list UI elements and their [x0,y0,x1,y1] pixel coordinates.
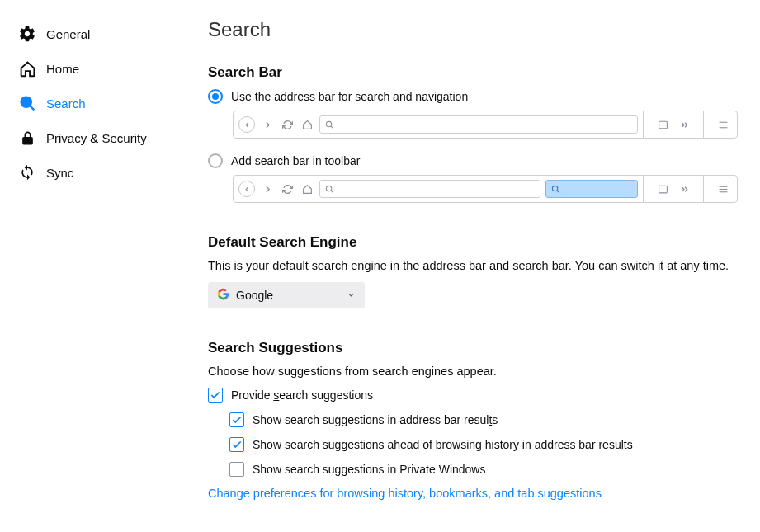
default-engine-select[interactable]: Google [208,282,365,308]
chk-ahead-label: Show search suggestions ahead of browsin… [253,438,633,451]
address-field-mock [319,180,540,198]
sidebar-panel-icon [655,117,670,132]
sidebar-item-home[interactable]: Home [0,51,182,86]
suggestions-section: Search Suggestions Choose how suggestion… [208,340,738,500]
search-icon [18,94,36,112]
forward-icon [260,181,275,196]
search-bar-section: Search Bar Use the address bar for searc… [208,64,738,203]
svg-point-2 [326,121,331,126]
sidebar-item-search[interactable]: Search [0,86,182,120]
chk-provide-label: Provide search suggestions [231,388,373,402]
chk-private-label: Show search suggestions in Private Windo… [253,463,485,476]
svg-point-0 [21,97,31,106]
back-icon [238,181,255,197]
reload-icon [280,117,295,132]
search-field-mock [545,180,638,198]
overflow-icon [677,181,692,196]
svg-line-12 [557,190,559,192]
home-small-icon [300,117,314,132]
google-icon [217,288,229,303]
radio-addressbar[interactable] [208,89,223,104]
overflow-icon [677,117,692,132]
toolbar-mock-addressbar [233,111,738,139]
sidebar-item-privacy[interactable]: Privacy & Security [0,120,182,155]
sidebar-panel-icon [655,181,670,196]
history-prefs-link[interactable]: Change preferences for browsing history,… [208,487,602,500]
svg-line-3 [331,125,333,128]
menu-icon [715,117,730,132]
home-icon [18,59,36,78]
svg-point-11 [552,186,557,191]
sidebar-item-sync[interactable]: Sync [0,155,182,190]
sidebar-item-label: Home [46,62,79,76]
forward-icon [260,117,275,132]
svg-point-9 [326,186,331,191]
radio-searchbar-label: Add search bar in toolbar [231,154,360,167]
suggestions-desc: Choose how suggestions from search engin… [208,365,738,378]
back-icon [238,116,255,133]
lock-icon [18,129,36,147]
chevron-down-icon [347,289,356,302]
chk-row-provide[interactable]: Provide search suggestions [208,388,738,403]
toolbar-mock-searchbar [233,175,738,203]
sidebar: General Home Search Privacy & Security S… [0,0,182,532]
default-engine-desc: This is your default search engine in th… [208,259,738,272]
sidebar-item-label: General [46,27,90,41]
gear-icon [18,25,36,43]
home-small-icon [300,181,314,196]
sidebar-item-general[interactable]: General [0,16,182,51]
sidebar-item-label: Sync [46,166,73,180]
radio-row-searchbar[interactable]: Add search bar in toolbar [208,153,738,168]
suggestions-heading: Search Suggestions [208,340,738,356]
radio-addressbar-label: Use the address bar for search and navig… [231,90,468,103]
chk-ahead[interactable] [229,437,244,452]
chk-private[interactable] [229,462,244,477]
main-content: Search Search Bar Use the address bar fo… [182,0,760,532]
default-engine-section: Default Search Engine This is your defau… [208,234,738,308]
chk-addrbar[interactable] [229,412,244,427]
reload-icon [280,181,295,196]
chk-provide[interactable] [208,388,223,403]
radio-row-addressbar[interactable]: Use the address bar for search and navig… [208,89,738,104]
address-field-mock [319,115,638,134]
chk-addrbar-label: Show search suggestions in address bar r… [253,413,498,426]
chk-row-addrbar[interactable]: Show search suggestions in address bar r… [229,412,738,427]
search-bar-heading: Search Bar [208,64,738,81]
chk-row-ahead[interactable]: Show search suggestions ahead of browsin… [229,437,738,452]
menu-icon [715,181,730,196]
sidebar-item-label: Search [46,97,86,111]
sidebar-item-label: Privacy & Security [46,131,147,145]
default-engine-value: Google [236,289,273,302]
svg-line-10 [331,190,333,192]
default-engine-heading: Default Search Engine [208,234,738,251]
svg-line-1 [30,106,34,110]
sync-icon [18,163,36,181]
radio-searchbar[interactable] [208,153,223,168]
page-title: Search [208,18,738,41]
chk-row-private[interactable]: Show search suggestions in Private Windo… [229,462,738,477]
